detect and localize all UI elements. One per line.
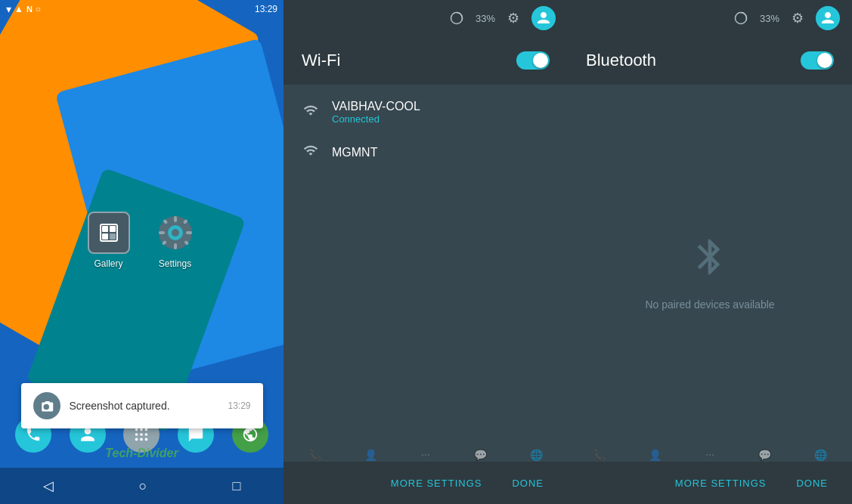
bt-toggle-knob bbox=[817, 53, 832, 68]
wifi-signal-icon-1 bbox=[302, 103, 320, 122]
svg-rect-9 bbox=[174, 243, 177, 249]
battery-icon bbox=[450, 11, 463, 25]
svg-rect-10 bbox=[159, 231, 165, 234]
svg-rect-11 bbox=[186, 231, 192, 234]
wifi-home-bg-dim: 📞 👤 ⋯ 💬 🌐 bbox=[283, 406, 568, 504]
network-info-mgmnt: MGMNT bbox=[332, 146, 550, 159]
recents-button[interactable]: □ bbox=[227, 472, 247, 500]
wifi-header: 33% ⚙ bbox=[283, 0, 568, 36]
app-grid: Gallery Settings bbox=[88, 212, 197, 269]
status-bar-right: 13:29 bbox=[255, 4, 277, 14]
bluetooth-panel: 33% ⚙ Bluetooth No paired devices availa… bbox=[568, 0, 852, 504]
svg-point-7 bbox=[172, 229, 179, 237]
lte-icon: N bbox=[26, 5, 33, 14]
settings-app-icon[interactable]: Settings bbox=[154, 212, 197, 269]
svg-rect-2 bbox=[110, 226, 116, 232]
toast-time: 13:29 bbox=[228, 400, 250, 411]
bt-header: 33% ⚙ bbox=[568, 0, 852, 36]
network-name-mgmnt: MGMNT bbox=[332, 146, 550, 159]
home-screen: ▾ ▲ N ○ 13:29 Gallery bbox=[0, 0, 283, 504]
settings-icon-img bbox=[154, 212, 197, 254]
network-item-mgmnt[interactable]: MGMNT bbox=[283, 134, 568, 171]
bt-avatar[interactable] bbox=[816, 6, 840, 30]
bt-battery-text: 33% bbox=[760, 13, 779, 24]
gallery-app-icon[interactable]: Gallery bbox=[88, 212, 130, 269]
alarm-icon: ○ bbox=[36, 4, 41, 14]
svg-point-21 bbox=[145, 433, 148, 436]
bt-gear-icon[interactable]: ⚙ bbox=[792, 10, 804, 26]
wifi-toggle-knob bbox=[533, 53, 548, 68]
svg-point-24 bbox=[145, 438, 148, 441]
svg-point-22 bbox=[135, 438, 138, 441]
wifi-title: Wi-Fi bbox=[302, 51, 340, 70]
wifi-toggle[interactable] bbox=[516, 51, 550, 70]
wifi-avatar[interactable] bbox=[531, 6, 556, 30]
status-bar: ▾ ▲ N ○ 13:29 bbox=[0, 0, 283, 18]
bt-toggle[interactable] bbox=[801, 51, 834, 70]
wifi-status-icon: ▾ bbox=[6, 3, 11, 15]
bt-battery-icon bbox=[734, 11, 748, 25]
network-name-vaibhav: VAIBHAV-COOL bbox=[332, 100, 550, 113]
toast-icon bbox=[33, 392, 60, 419]
wifi-battery-text: 33% bbox=[476, 13, 495, 24]
svg-point-23 bbox=[141, 438, 144, 441]
wifi-gear-icon[interactable]: ⚙ bbox=[507, 10, 519, 26]
back-button[interactable]: ◁ bbox=[37, 472, 60, 500]
wifi-signal-icon-2 bbox=[302, 143, 320, 162]
svg-rect-1 bbox=[102, 226, 108, 232]
home-button[interactable]: ○ bbox=[133, 472, 153, 500]
toast-text: Screenshot captured. bbox=[70, 400, 219, 412]
nav-bar: ◁ ○ □ bbox=[0, 468, 283, 504]
bt-title: Bluetooth bbox=[586, 51, 656, 70]
watermark: Tech-Divider bbox=[105, 447, 178, 460]
bt-title-bar: Bluetooth bbox=[568, 36, 852, 85]
network-item-vaibhav[interactable]: VAIBHAV-COOL Connected bbox=[283, 91, 568, 134]
svg-point-16 bbox=[135, 428, 138, 431]
settings-app-label: Settings bbox=[159, 258, 191, 269]
gallery-app-label: Gallery bbox=[94, 258, 122, 269]
wifi-title-bar: Wi-Fi bbox=[283, 36, 568, 85]
signal-icon: ▲ bbox=[14, 4, 23, 14]
svg-rect-3 bbox=[102, 233, 108, 240]
svg-rect-4 bbox=[110, 233, 116, 240]
bt-empty-icon bbox=[689, 236, 731, 286]
svg-rect-8 bbox=[174, 216, 177, 222]
svg-point-17 bbox=[141, 428, 144, 431]
gallery-icon-img bbox=[88, 212, 130, 254]
bt-empty-text: No paired devices available bbox=[645, 298, 774, 311]
svg-point-19 bbox=[135, 433, 138, 436]
svg-point-18 bbox=[145, 428, 148, 431]
network-info-vaibhav: VAIBHAV-COOL Connected bbox=[332, 100, 550, 125]
bt-home-bg-dim: 📞 👤 ⋯ 💬 🌐 bbox=[568, 406, 852, 504]
svg-point-20 bbox=[141, 433, 144, 436]
screenshot-toast: Screenshot captured. 13:29 bbox=[21, 383, 263, 428]
status-bar-left: ▾ ▲ N ○ bbox=[6, 3, 255, 15]
network-status-vaibhav: Connected bbox=[332, 113, 550, 125]
status-time: 13:29 bbox=[255, 4, 277, 14]
wifi-panel: 33% ⚙ Wi-Fi VAIBHAV-COOL Connected bbox=[283, 0, 568, 504]
